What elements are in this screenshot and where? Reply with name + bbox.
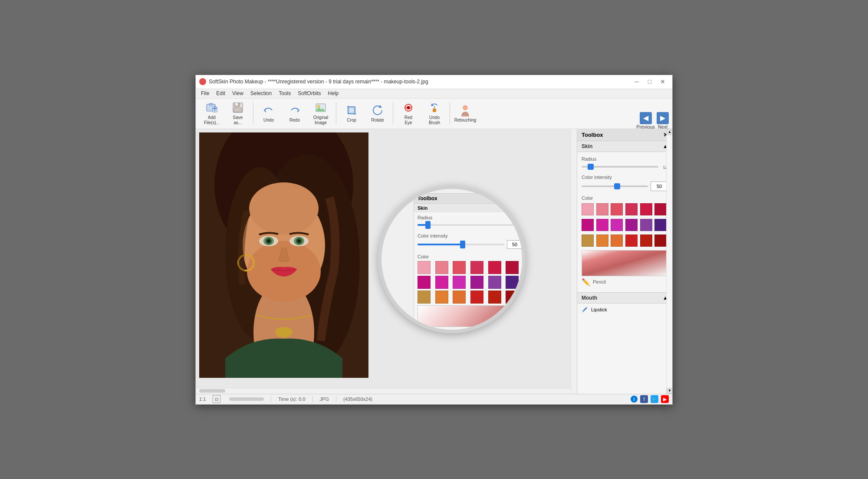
swatch-6[interactable] <box>582 219 594 231</box>
swatch-11[interactable] <box>654 219 667 231</box>
color-swatch-11[interactable] <box>506 276 519 289</box>
color-swatch-10[interactable] <box>488 276 501 289</box>
svg-point-34 <box>267 240 270 242</box>
mag-intensity-value[interactable]: 50 <box>507 240 523 249</box>
twitter-icon[interactable]: 🐦 <box>651 395 658 403</box>
close-button[interactable]: ✕ <box>657 77 669 86</box>
mag-skin-section[interactable]: Skin ▲ <box>414 204 526 212</box>
menu-file[interactable]: File <box>197 89 213 97</box>
mag-color-picker[interactable] <box>418 305 523 327</box>
crop-button[interactable]: Crop <box>339 101 364 126</box>
youtube-icon[interactable]: ▶ <box>661 395 669 403</box>
color-swatch-2[interactable] <box>453 261 466 274</box>
menu-edit[interactable]: Edit <box>213 89 229 97</box>
undo-icon <box>262 104 275 117</box>
color-swatch-1[interactable] <box>435 261 448 274</box>
color-swatch-15[interactable] <box>470 291 483 304</box>
add-files-button[interactable]: AddFile(s)... <box>199 101 224 126</box>
swatch-14[interactable] <box>611 235 623 247</box>
swatch-5[interactable] <box>654 203 667 215</box>
scroll-up-button[interactable]: ▲ <box>667 129 672 135</box>
mag-radius-track[interactable] <box>418 224 516 226</box>
undo-brush-button[interactable]: UndoBrush <box>422 101 447 126</box>
mag-close-icon[interactable]: ✕ <box>518 195 523 202</box>
color-picker-preview[interactable] <box>582 250 668 276</box>
fit-icon[interactable]: ⊡ <box>213 395 220 403</box>
color-swatch-14[interactable] <box>453 291 466 304</box>
menu-tools[interactable]: Tools <box>275 89 294 97</box>
color-swatch-12[interactable] <box>418 291 431 304</box>
color-swatch-5[interactable] <box>506 261 519 274</box>
swatch-2[interactable] <box>611 203 623 215</box>
swatch-15[interactable] <box>625 235 638 247</box>
red-eye-button[interactable]: RedEye <box>396 101 421 126</box>
status-sep-2 <box>312 396 313 402</box>
menu-view[interactable]: View <box>229 89 247 97</box>
mag-color-grid-row2 <box>414 276 526 289</box>
redo-button[interactable]: Redo <box>282 101 307 126</box>
menu-help[interactable]: Help <box>325 89 342 97</box>
next-button[interactable]: ▶ Next <box>657 112 669 129</box>
color-swatch-3[interactable] <box>470 261 483 274</box>
toolbox-scrollbar[interactable]: ▲ ▼ <box>666 129 672 394</box>
scroll-down-button[interactable]: ▼ <box>667 388 672 394</box>
undo-brush-icon <box>428 101 441 114</box>
menu-selection[interactable]: Selection <box>247 89 275 97</box>
color-swatch-4[interactable] <box>488 261 501 274</box>
swatch-7[interactable] <box>596 219 608 231</box>
swatch-17[interactable] <box>654 235 667 247</box>
redo-icon <box>288 104 301 117</box>
undo-button[interactable]: Undo <box>256 101 281 126</box>
mouth-section-header[interactable]: Mouth ▲ <box>577 293 672 304</box>
swatch-9[interactable] <box>625 219 638 231</box>
mag-intensity-track[interactable] <box>418 244 504 245</box>
red-eye-icon <box>402 101 415 114</box>
navigation-area: ◀ Previous ▶ Next <box>636 112 669 129</box>
lipstick-label: Lipstick <box>591 307 607 312</box>
retouching-button[interactable]: Retouching <box>453 101 478 126</box>
swatch-12[interactable] <box>582 235 594 247</box>
mag-radius-slider-row: ⊾ <box>414 221 526 229</box>
radius-slider-track[interactable] <box>582 166 658 168</box>
menu-softorbits[interactable]: SoftOrbits <box>294 89 324 97</box>
color-swatch-7[interactable] <box>435 276 448 289</box>
swatch-16[interactable] <box>640 235 652 247</box>
color-swatch-16[interactable] <box>488 291 501 304</box>
color-grid-row3 <box>582 235 668 247</box>
intensity-value-input[interactable] <box>651 182 668 191</box>
color-swatch-17[interactable] <box>506 291 519 304</box>
canvas-scroll-slider[interactable] <box>199 389 225 393</box>
mag-color-label: Color <box>414 253 526 261</box>
mag-intensity-slider-row: 50 <box>414 239 526 250</box>
swatch-0[interactable] <box>582 203 594 215</box>
color-swatch-13[interactable] <box>435 291 448 304</box>
facebook-icon[interactable]: f <box>640 395 648 403</box>
pencil-icon: ✏️ <box>582 278 590 286</box>
skin-section-header[interactable]: Skin ▲ <box>577 141 672 152</box>
menu-bar: File Edit View Selection Tools SoftOrbit… <box>196 89 672 99</box>
color-swatch-9[interactable] <box>470 276 483 289</box>
intensity-slider-track[interactable] <box>582 185 648 187</box>
swatch-4[interactable] <box>640 203 652 215</box>
canvas-scroll-bottom[interactable] <box>196 388 571 394</box>
swatch-3[interactable] <box>625 203 638 215</box>
color-swatch-8[interactable] <box>453 276 466 289</box>
separator-2 <box>336 102 336 124</box>
canvas-scroll-right[interactable] <box>571 129 577 394</box>
swatch-8[interactable] <box>611 219 623 231</box>
minimize-button[interactable]: ─ <box>631 77 643 86</box>
previous-arrow-icon: ◀ <box>640 112 652 124</box>
color-swatch-6[interactable] <box>418 276 431 289</box>
previous-button[interactable]: ◀ Previous <box>636 112 655 129</box>
original-image-button[interactable]: OriginalImage <box>308 101 333 126</box>
swatch-10[interactable] <box>640 219 652 231</box>
rotate-button[interactable]: Rotate <box>365 101 390 126</box>
swatch-13[interactable] <box>596 235 608 247</box>
save-as-button[interactable]: Saveas... <box>225 101 250 126</box>
window-title: SoftSkin Photo Makeup - ****Unregistered… <box>209 79 631 85</box>
info-icon[interactable]: i <box>631 396 638 403</box>
color-swatch-0[interactable] <box>418 261 431 274</box>
maximize-button[interactable]: □ <box>644 77 656 86</box>
zoom-slider[interactable] <box>229 397 264 401</box>
swatch-1[interactable] <box>596 203 608 215</box>
